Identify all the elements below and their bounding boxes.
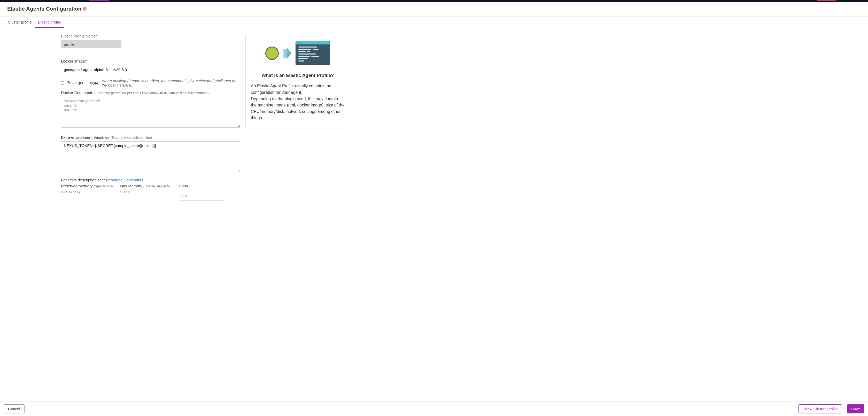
privileged-label[interactable]: Privileged (66, 81, 85, 85)
info-text-1: An Elastic Agent Profile usually contain… (251, 83, 345, 96)
profile-name-input[interactable] (61, 40, 121, 48)
svg-rect-8 (299, 51, 306, 52)
svg-rect-7 (313, 49, 318, 50)
svg-rect-11 (299, 56, 310, 57)
limits-period: . (143, 178, 144, 182)
env-vars-hint: (Enter one variable per line) (110, 136, 152, 140)
svg-rect-1 (296, 41, 330, 44)
profile-name-label-text: Elastic Profile Name (61, 34, 96, 38)
svg-rect-5 (299, 47, 317, 48)
divider (61, 54, 240, 54)
docker-image-input[interactable] (61, 65, 240, 74)
docker-command-label: Docker Command: (Enter one parameter per… (61, 90, 240, 95)
max-memory-label: Max Memory (Specify size in M, G or T) (120, 183, 174, 195)
profile-name-group: Elastic Profile Name* (61, 34, 240, 48)
nav-accent-red (817, 0, 836, 1)
svg-rect-0 (296, 41, 330, 65)
docker-command-hint: (Enter one parameter per line. Leave emp… (94, 91, 210, 95)
resource-constraints-link[interactable]: Resource Constraints (106, 178, 143, 182)
info-column: What is an Elastic Agent Profile? An Ela… (245, 34, 350, 201)
page-header: Elastic Agents Configuration ? (0, 2, 868, 17)
max-memory-col: Max Memory (Specify size in M, G or T) (120, 183, 174, 201)
info-title: What is an Elastic Agent Profile? (251, 73, 345, 78)
privileged-note-text: When privileged mode is enabled, the con… (102, 79, 240, 87)
svg-rect-6 (299, 49, 311, 50)
privileged-note-label: Note: (90, 81, 99, 85)
reserved-memory-label: Reserved Memory (Specify size in M, G or… (61, 183, 115, 195)
required-marker: * (96, 34, 97, 38)
help-icon[interactable]: ? (83, 7, 87, 10)
info-text-2: Depending on the plugin used, this may c… (251, 96, 345, 121)
docker-image-group: Docker image:* (61, 59, 240, 74)
svg-rect-14 (299, 60, 304, 61)
tabs: Cluster profile Elastic profile (0, 17, 868, 28)
page-title: Elastic Agents Configuration ? (7, 6, 861, 12)
cpus-input[interactable] (179, 192, 225, 201)
docker-command-textarea[interactable] (61, 97, 240, 128)
arrow-right-icon (282, 47, 292, 60)
docker-command-label-text: Docker Command: (61, 90, 94, 95)
reserved-memory-label-text: Reserved Memory (61, 184, 94, 188)
profile-name-label: Elastic Profile Name* (61, 34, 240, 38)
info-card: What is an Elastic Agent Profile? An Ela… (245, 34, 350, 128)
agent-circle-icon (265, 47, 279, 60)
privileged-checkbox[interactable] (61, 81, 64, 85)
svg-point-4 (302, 42, 303, 43)
docker-image-label: Docker image:* (61, 59, 240, 63)
tab-elastic-profile[interactable]: Elastic profile (35, 17, 64, 28)
limits-row: Reserved Memory (Specify size in M, G or… (61, 183, 240, 201)
top-nav-bar (0, 0, 868, 2)
max-memory-label-text: Max Memory (120, 184, 144, 188)
docker-command-group: Docker Command: (Enter one parameter per… (61, 90, 240, 128)
svg-rect-12 (311, 56, 319, 57)
info-illustration (251, 39, 345, 70)
svg-rect-13 (299, 58, 308, 59)
page-title-text: Elastic Agents Configuration (7, 6, 82, 12)
env-vars-label-text: Extra environment Variables (61, 135, 110, 140)
cpus-col: Cpus (179, 183, 225, 201)
svg-rect-10 (299, 54, 316, 55)
form-column: Elastic Profile Name* Docker image:* Pri… (61, 34, 240, 201)
cpus-label: Cpus (179, 183, 225, 189)
svg-rect-9 (307, 51, 310, 52)
content-area: Elastic Profile Name* Docker image:* Pri… (0, 28, 868, 221)
limits-desc-text: For limits description see: (61, 178, 106, 182)
limits-description: For limits description see: Resource Con… (61, 178, 240, 182)
terminal-window-icon (295, 41, 331, 66)
privileged-row: Privileged Note: When privileged mode is… (61, 79, 240, 87)
svg-point-3 (300, 42, 301, 43)
svg-point-2 (297, 42, 299, 43)
env-vars-group: Extra environment Variables (Enter one v… (61, 135, 240, 173)
env-vars-textarea[interactable] (61, 141, 240, 172)
tab-cluster-profile[interactable]: Cluster profile (5, 17, 35, 28)
env-vars-label: Extra environment Variables (Enter one v… (61, 135, 240, 140)
nav-accent (89, 0, 109, 1)
reserved-memory-col: Reserved Memory (Specify size in M, G or… (61, 183, 115, 201)
